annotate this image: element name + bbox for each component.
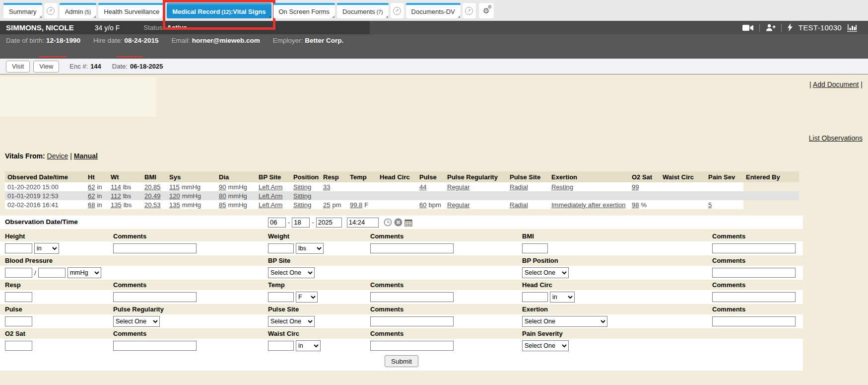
- bmi-input[interactable]: [522, 243, 548, 253]
- weight-comments-input[interactable]: [370, 243, 454, 253]
- tab-health-surveillance[interactable]: Health Surveillance: [98, 3, 165, 18]
- visit-button[interactable]: Visit: [6, 61, 30, 73]
- popout-button-summary[interactable]: ↗: [44, 3, 58, 18]
- vital-value-link[interactable]: 20.49: [144, 192, 161, 200]
- submit-button[interactable]: Submit: [385, 355, 418, 367]
- vital-value-link[interactable]: Regular: [447, 183, 470, 191]
- head-circ-input[interactable]: [522, 292, 548, 302]
- pulse-site-select[interactable]: Select One: [268, 316, 315, 327]
- head-circ-unit-select[interactable]: in: [550, 292, 575, 303]
- vital-value-link[interactable]: 62: [88, 183, 95, 191]
- tab-documents-dv[interactable]: Documents-DV: [406, 3, 461, 18]
- clock-icon[interactable]: [384, 218, 392, 227]
- popout-button-documents[interactable]: ↗: [391, 3, 404, 18]
- add-person-icon[interactable]: [765, 24, 776, 31]
- vital-value-link[interactable]: 98: [632, 201, 639, 209]
- bp-site-select[interactable]: Select One: [268, 267, 315, 278]
- obs-day-input[interactable]: [292, 218, 310, 228]
- vital-value-link[interactable]: 68: [88, 201, 95, 209]
- pulse-regularity-select[interactable]: Select One: [113, 316, 160, 327]
- head-circ-comments-input[interactable]: [712, 292, 796, 302]
- bmi-comments-input[interactable]: [712, 243, 796, 253]
- vital-value-link[interactable]: 115: [169, 183, 180, 191]
- vital-value-link[interactable]: Immediately after exertion: [551, 201, 626, 209]
- bp-diastolic-input[interactable]: [38, 268, 66, 278]
- vital-value-link[interactable]: 44: [419, 183, 426, 191]
- obs-month-input[interactable]: [268, 218, 286, 228]
- vital-value-link[interactable]: Radial: [510, 183, 528, 191]
- temp-input[interactable]: [268, 292, 294, 302]
- vital-value-link[interactable]: 5: [708, 201, 712, 209]
- vital-value-link[interactable]: Regular: [447, 201, 470, 209]
- bp-systolic-input[interactable]: [5, 268, 32, 278]
- add-document-link[interactable]: Add Document: [813, 80, 859, 88]
- weight-input[interactable]: [268, 243, 294, 253]
- resp-input[interactable]: [5, 292, 32, 302]
- vital-value-link[interactable]: 135: [169, 201, 180, 209]
- obs-time-input[interactable]: [347, 218, 379, 228]
- waist-circ-unit-select[interactable]: in: [296, 340, 321, 351]
- exertion-select[interactable]: Select One: [522, 316, 607, 327]
- vital-value-link[interactable]: 20.85: [144, 183, 161, 191]
- temp-comments-input[interactable]: [370, 292, 454, 302]
- detail-value: 08-24-2015: [124, 37, 158, 44]
- vital-value-link[interactable]: 33: [323, 183, 330, 191]
- vital-value-link[interactable]: 114: [111, 183, 121, 191]
- height-comments-input[interactable]: [113, 243, 197, 253]
- vital-value-link[interactable]: 62: [88, 192, 95, 200]
- bp-comments-input[interactable]: [712, 268, 796, 278]
- vital-value-link[interactable]: 99.8: [350, 201, 362, 209]
- vital-value-link[interactable]: 112: [111, 192, 121, 200]
- vital-value-link[interactable]: 85: [219, 201, 226, 209]
- tab-on-screen-forms[interactable]: On Screen Forms: [273, 3, 335, 18]
- vital-value-link[interactable]: 120: [169, 192, 180, 200]
- weight-unit-select[interactable]: lbs: [296, 243, 324, 254]
- vital-value-link[interactable]: Resting: [551, 183, 573, 191]
- exertion-comments-input[interactable]: [712, 316, 796, 326]
- pain-severity-select[interactable]: Select One: [522, 340, 569, 351]
- vital-value-link[interactable]: 25: [323, 201, 330, 209]
- tab-medical-record[interactable]: Medical Record (12):Vital Signs: [167, 3, 271, 18]
- obs-year-input[interactable]: [316, 218, 342, 228]
- lightning-bolt-icon[interactable]: [787, 23, 793, 32]
- video-camera-icon[interactable]: [742, 24, 754, 31]
- vitals-manual-link[interactable]: Manual: [74, 152, 98, 160]
- vital-value-link[interactable]: Left Arm: [259, 183, 282, 191]
- view-button[interactable]: View: [33, 61, 59, 73]
- vitals-device-link[interactable]: Device: [47, 152, 68, 160]
- field-label-head-circ: Head Circ: [522, 281, 552, 289]
- calendar-icon[interactable]: [404, 219, 412, 227]
- vital-value-link[interactable]: Sitting: [293, 183, 311, 191]
- height-input[interactable]: [5, 243, 32, 253]
- list-observations-link[interactable]: List Observations: [809, 134, 863, 142]
- vital-value-link[interactable]: Radial: [510, 201, 528, 209]
- vital-value-link[interactable]: 90: [219, 183, 226, 191]
- vital-value-link[interactable]: 80: [219, 192, 226, 200]
- tab-summary[interactable]: Summary: [3, 3, 42, 18]
- vital-value-link[interactable]: 99: [632, 183, 639, 191]
- resp-comments-input[interactable]: [113, 292, 197, 302]
- flowsheet-chart-icon[interactable]: [847, 23, 857, 32]
- height-unit-select[interactable]: in: [34, 243, 59, 254]
- o2-sat-comments-input[interactable]: [113, 341, 197, 351]
- waist-circ-comments-input[interactable]: [370, 341, 454, 351]
- bp-unit-select[interactable]: mmHg: [67, 267, 101, 278]
- settings-gear-button[interactable]: ⚙ ⚙: [479, 3, 494, 18]
- vital-value-link[interactable]: Sitting: [293, 192, 311, 200]
- tab-admin[interactable]: Admin (5): [60, 3, 97, 18]
- vital-value-link[interactable]: Left Arm: [259, 201, 282, 209]
- pulse-comments-input[interactable]: [370, 316, 454, 326]
- tab-documents[interactable]: Documents (7): [337, 3, 389, 18]
- o2-sat-input[interactable]: [5, 341, 32, 351]
- waist-circ-input[interactable]: [268, 341, 294, 351]
- vital-value-link[interactable]: Sitting: [293, 201, 311, 209]
- temp-unit-select[interactable]: F: [296, 292, 318, 303]
- vital-value-link[interactable]: Left Arm: [259, 192, 282, 200]
- popout-button-documents-dv[interactable]: ↗: [463, 3, 476, 18]
- pulse-input[interactable]: [5, 316, 32, 326]
- vital-value-link[interactable]: 135: [111, 201, 122, 209]
- clear-datetime-icon[interactable]: [394, 218, 402, 227]
- vital-value-link[interactable]: 20.53: [144, 201, 161, 209]
- bp-position-select[interactable]: Select One: [522, 267, 569, 278]
- vital-value-link[interactable]: 60: [419, 201, 426, 209]
